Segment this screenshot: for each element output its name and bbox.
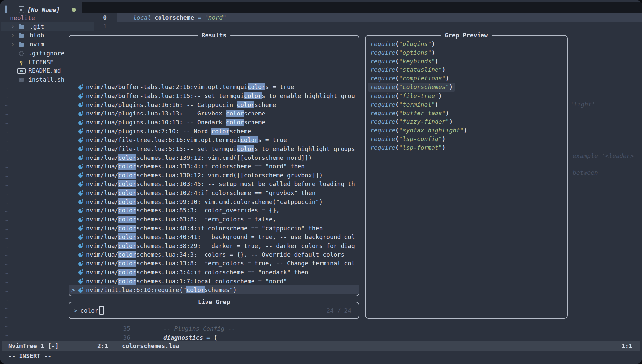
preview-line: require("buffer-tabs") [368, 109, 451, 117]
buffer-tab[interactable]: [No Name] [19, 5, 76, 14]
lua-file-icon [78, 225, 84, 231]
result-text: nvim/lua/plugins.lua:10:13: -- Onedark c… [86, 119, 359, 126]
grep-preview-window: Grep Preview require("plugins")require("… [365, 35, 568, 319]
lua-file-icon [78, 234, 84, 240]
line-number-0: 0 [94, 13, 107, 22]
live-grep-query: color [80, 307, 98, 314]
result-row[interactable]: nvim/lua/colorschemes.lua:38:29: darker … [69, 241, 359, 250]
close-paren: ) [435, 101, 438, 108]
result-row[interactable]: nvim/lua/colorschemes.lua:139:12: vim.cm… [69, 153, 359, 162]
code-token: "nord" [205, 14, 226, 21]
result-row[interactable]: nvim/lua/colorschemes.lua:13:8: term_col… [69, 259, 359, 268]
tree-item-label: install.sh [28, 75, 64, 84]
open-paren: ( [395, 75, 399, 82]
empty-line-marker: ~ [5, 260, 15, 269]
result-row[interactable]: nvim/lua/buffer-tabs.lua:2:16:vim.opt.te… [69, 83, 359, 92]
tree-item-label: LICENSE [28, 58, 54, 67]
statusline-position-right: 1:1 [621, 341, 632, 351]
result-text: nvim/lua/colorschemes.lua:13:8: term_col… [86, 260, 359, 267]
code-token: = [203, 334, 214, 341]
lua-file-icon [78, 111, 84, 116]
preview-line: require("keybinds") [368, 57, 440, 66]
preview-line: require("fuzzy-finder") [368, 117, 455, 126]
empty-line-marker: ~ [5, 199, 15, 207]
result-row[interactable]: nvim/lua/file-tree.lua:5:15:-- set termg… [69, 144, 359, 153]
result-row[interactable]: nvim/lua/colorschemes.lua:1:7:local colo… [69, 277, 359, 286]
match-highlight: color [118, 180, 136, 187]
module-string: "lsp-config" [399, 135, 442, 142]
lua-file-icon [78, 93, 84, 99]
preview-line: require("lsp-config") [368, 135, 448, 143]
result-row[interactable]: nvim/lua/colorschemes.lua:3:4:if colorsc… [69, 268, 359, 277]
result-row[interactable]: nvim/lua/plugins.lua:7:10: -- Nord color… [69, 127, 359, 136]
result-row[interactable]: nvim/lua/colorschemes.lua:40:41: backgro… [69, 233, 359, 242]
lua-file-icon [78, 128, 84, 134]
result-row[interactable]: nvim/lua/colorschemes.lua:85:3: color_ov… [69, 206, 359, 215]
match-highlight: color [226, 119, 244, 126]
close-paren: ) [435, 58, 438, 65]
close-paren: ) [438, 92, 442, 99]
background-text-fragment: between [573, 168, 598, 177]
result-row[interactable]: nvim/lua/colorschemes.lua:103:45: -- set… [69, 180, 359, 189]
line-number-1: 1 [94, 22, 107, 31]
preview-line: require("statusline") [368, 66, 448, 74]
result-text: nvim/lua/colorschemes.lua:85:3: color_ov… [86, 207, 359, 214]
lua-file-icon [78, 243, 84, 248]
git-icon [18, 50, 24, 56]
background-text-fragment: example '<leader> [573, 152, 634, 160]
result-row[interactable]: nvim/lua/plugins.lua:10:13: -- Onedark c… [69, 118, 359, 127]
result-row[interactable]: nvim/lua/colorschemes.lua:130:12: vim.cm… [69, 171, 359, 180]
result-row[interactable]: >nvim/init.lua:6:10:require("colorscheme… [69, 285, 359, 294]
result-row[interactable]: nvim/lua/colorschemes.lua:34:3: colors =… [69, 250, 359, 259]
mode-indicator: -- INSERT -- [8, 351, 51, 360]
code-token: diagnostics [163, 334, 203, 341]
module-string: "file-tree" [399, 92, 438, 99]
match-highlight: color [237, 145, 254, 152]
result-row[interactable]: nvim/lua/colorschemes.lua:99:10: vim.cmd… [69, 197, 359, 206]
module-string: "colorschemes" [399, 83, 449, 90]
tree-item-label: blob [30, 31, 44, 40]
result-row[interactable]: nvim/lua/buffer-tabs.lua:1:15:-- set ter… [69, 91, 359, 100]
tree-item-.git[interactable]: ›.git [1, 22, 94, 31]
require-keyword: require [370, 75, 395, 82]
result-text: nvim/lua/buffer-tabs.lua:1:15:-- set ter… [86, 92, 359, 99]
result-text: nvim/lua/plugins.lua:7:10: -- Nord color… [86, 128, 359, 135]
result-row[interactable]: nvim/lua/colorschemes.lua:133:4:if color… [69, 162, 359, 171]
result-text: nvim/lua/buffer-tabs.lua:2:16:vim.opt.te… [86, 83, 359, 90]
match-highlight: color [244, 92, 262, 99]
live-grep-input[interactable]: > color 24 / 24 [69, 302, 359, 318]
result-row[interactable]: nvim/lua/plugins.lua:13:13: -- Gruvbox c… [69, 109, 359, 118]
module-string: "terminal" [399, 101, 435, 108]
code-token [194, 14, 198, 21]
key-icon [19, 59, 24, 65]
results-window: Results nvim/lua/buffer-tabs.lua:2:16:vi… [69, 35, 359, 296]
empty-line-marker: ~ [5, 331, 15, 340]
statusline-filename: colorschemes.lua [122, 341, 179, 351]
grep-preview-title: Grep Preview [441, 31, 492, 40]
result-text: nvim/lua/colorschemes.lua:48:4:if colors… [86, 225, 359, 232]
selected-pointer-icon: > [71, 286, 75, 293]
empty-line-marker: ~ [5, 128, 15, 137]
text-cursor [99, 306, 104, 315]
match-highlight: color [118, 198, 136, 205]
folder-icon [19, 43, 24, 47]
result-row[interactable]: nvim/lua/file-tree.lua:6:16:vim.opt.term… [69, 135, 359, 144]
result-text: nvim/lua/colorschemes.lua:139:12: vim.cm… [86, 154, 359, 161]
open-paren: ( [395, 144, 399, 151]
empty-line-marker: ~ [5, 181, 15, 190]
lua-file-icon [78, 172, 84, 178]
live-grep-window: Live Grep > color 24 / 24 [69, 302, 359, 319]
tree-item-label: README.md [28, 66, 61, 75]
result-row[interactable]: nvim/lua/colorschemes.lua:63:8: term_col… [69, 215, 359, 224]
result-row[interactable]: nvim/lua/colorschemes.lua:48:4:if colors… [69, 224, 359, 233]
match-highlight: color [118, 163, 136, 170]
open-paren: ( [395, 127, 399, 134]
preview-line: require("file-tree") [368, 92, 444, 100]
close-paren: ) [446, 75, 449, 82]
match-highlight: color [118, 216, 136, 223]
result-row[interactable]: nvim/lua/plugins.lua:16:16: -- Catppucci… [69, 100, 359, 109]
code-line-36: diagnostics = { [163, 333, 217, 342]
folder-icon [19, 34, 24, 38]
result-row[interactable]: nvim/lua/colorschemes.lua:102:4:if color… [69, 188, 359, 197]
open-paren: ( [395, 101, 399, 108]
